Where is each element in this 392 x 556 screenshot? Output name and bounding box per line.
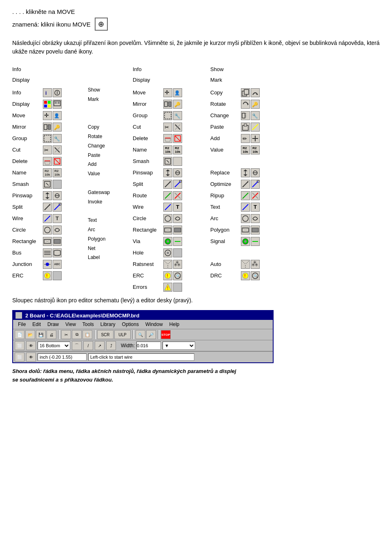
icon-erc-b2[interactable]: 🔍 (173, 271, 182, 280)
menu-options[interactable]: Options (119, 321, 142, 328)
params-wire-btn3[interactable]: ↗ (95, 341, 105, 350)
icon-add-r2[interactable] (251, 134, 260, 143)
icon-paste-r2[interactable] (251, 123, 260, 132)
icon-signal-r1[interactable] (241, 237, 250, 246)
icon-ripup-r2[interactable] (251, 191, 260, 200)
icon-erc-b1[interactable]: ! (163, 271, 172, 280)
icon-delete-b2[interactable] (173, 134, 182, 143)
icon-cut-b1[interactable]: ✂ (163, 123, 172, 132)
icon-junction-1[interactable] (43, 260, 52, 269)
icon-replace-r2[interactable] (251, 168, 260, 177)
icon-erc-1[interactable]: ! (43, 271, 52, 280)
icon-delete-1[interactable] (43, 157, 52, 166)
icon-split-1[interactable] (43, 203, 52, 212)
params-wire-btn2[interactable]: / (83, 341, 93, 350)
menu-tools[interactable]: Tools (79, 321, 97, 328)
icon-junction-2[interactable]: ABC (53, 260, 62, 269)
icon-auto-r2[interactable]: ⁂ (251, 260, 260, 269)
params-wire-btn4[interactable]: ⤴ (106, 341, 116, 350)
icon-via-b1[interactable] (163, 237, 172, 246)
tb-scr[interactable]: SCR (97, 330, 114, 339)
icon-delete-2[interactable] (53, 157, 62, 166)
win-menubar[interactable]: File Edit Draw View Tools Library Option… (13, 320, 273, 329)
menu-window[interactable]: Window (142, 321, 166, 328)
icon-polygon-r2[interactable] (251, 226, 260, 234)
icon-display-2[interactable] (53, 100, 62, 109)
icon-split-b2[interactable] (173, 180, 182, 189)
icon-errors-b2[interactable] (173, 283, 182, 292)
status-icon1[interactable]: ⬜ (15, 353, 24, 362)
icon-optimize-r1[interactable] (241, 180, 250, 189)
icon-pinswap-b1[interactable] (163, 168, 172, 177)
icon-smash-1[interactable] (43, 180, 52, 189)
icon-add-r1[interactable]: ✏ (241, 134, 250, 143)
icon-pinswap-1[interactable] (43, 191, 52, 200)
menu-help[interactable]: Help (166, 321, 183, 328)
menu-edit[interactable]: Edit (29, 321, 44, 328)
icon-split-b1[interactable] (163, 180, 172, 189)
icon-rect-b2[interactable] (173, 226, 182, 234)
icon-via-b2[interactable] (173, 237, 182, 246)
icon-erc-2[interactable] (53, 271, 62, 280)
icon-text-r2[interactable]: T (251, 203, 260, 212)
icon-polygon-r1[interactable] (241, 226, 250, 234)
icon-rotate-r2[interactable]: 🔑 (251, 100, 260, 109)
icon-replace-r1[interactable] (241, 168, 250, 177)
icon-smash-2[interactable] (53, 180, 62, 189)
icon-bus-1[interactable] (43, 248, 52, 257)
icon-arc-r2[interactable] (251, 214, 260, 223)
icon-bus-2[interactable] (53, 248, 62, 257)
tb-ulp[interactable]: ULP (114, 330, 131, 339)
tb-copy[interactable]: ⧉ (72, 330, 82, 339)
icon-copy-r1[interactable] (241, 88, 250, 97)
tb-save[interactable]: 💾 (36, 330, 46, 339)
icon-change-r1[interactable] (241, 111, 250, 120)
icon-mirror-1[interactable] (43, 123, 52, 132)
icon-pinswap-b2[interactable] (173, 168, 182, 177)
icon-name-2[interactable]: R210k (53, 168, 62, 177)
icon-ratsnest-b2[interactable]: ⁂ (173, 260, 182, 269)
icon-mirror-b1[interactable] (163, 100, 172, 109)
params-icon2[interactable]: 👁 (26, 341, 36, 350)
icon-info-2[interactable] (53, 88, 62, 97)
icon-circle-1[interactable] (43, 226, 52, 234)
icon-circle-b2[interactable] (173, 214, 182, 223)
icon-text-r1[interactable] (241, 203, 250, 212)
icon-auto-r1[interactable] (241, 260, 250, 269)
icon-move-1[interactable]: ✛ (43, 111, 52, 120)
icon-errors-b1[interactable]: ! (163, 283, 172, 292)
menu-file[interactable]: File (15, 321, 29, 328)
icon-route-b1[interactable] (163, 191, 172, 200)
tb-open[interactable]: 📂 (25, 330, 35, 339)
icon-name-b1[interactable]: R210k (163, 145, 172, 154)
icon-cut-2[interactable] (53, 145, 62, 154)
icon-name-b2[interactable]: R210k (173, 145, 182, 154)
icon-wire-b2[interactable]: T (173, 203, 182, 212)
icon-signal-r2[interactable] (251, 237, 260, 246)
icon-mirror-b2[interactable]: 🔑 (173, 100, 182, 109)
icon-hole-b2[interactable] (173, 248, 182, 257)
icon-arc-r1[interactable] (241, 214, 250, 223)
icon-circle-2[interactable] (53, 226, 62, 234)
icon-circle-b1[interactable] (163, 214, 172, 223)
icon-cut-b2[interactable] (173, 123, 182, 132)
params-width-unit[interactable]: ▼ (163, 342, 195, 350)
icon-move-b2[interactable]: 👤 (173, 88, 182, 97)
icon-display-1[interactable] (43, 100, 52, 109)
tb-print[interactable]: 🖨 (47, 330, 56, 339)
icon-optimize-r2[interactable] (251, 180, 260, 189)
icon-drc-r2[interactable]: 🔍 (251, 271, 260, 280)
icon-ripup-r1[interactable] (241, 191, 250, 200)
icon-hole-b1[interactable] (163, 248, 172, 257)
menu-library[interactable]: Library (97, 321, 119, 328)
icon-paste-r1[interactable] (241, 123, 250, 132)
icon-cut-1[interactable]: ✂ (43, 145, 52, 154)
icon-mirror-2[interactable]: 🔑 (53, 123, 62, 132)
icon-value-r2[interactable]: R210k (251, 145, 260, 154)
icon-wire-b1[interactable] (163, 203, 172, 212)
icon-delete-b1[interactable] (163, 134, 172, 143)
layer-select[interactable]: 16 Bottom (38, 342, 70, 350)
icon-smash-b2[interactable] (173, 157, 182, 166)
icon-rect-1[interactable] (43, 237, 52, 246)
icon-info-1[interactable]: i (43, 88, 52, 97)
